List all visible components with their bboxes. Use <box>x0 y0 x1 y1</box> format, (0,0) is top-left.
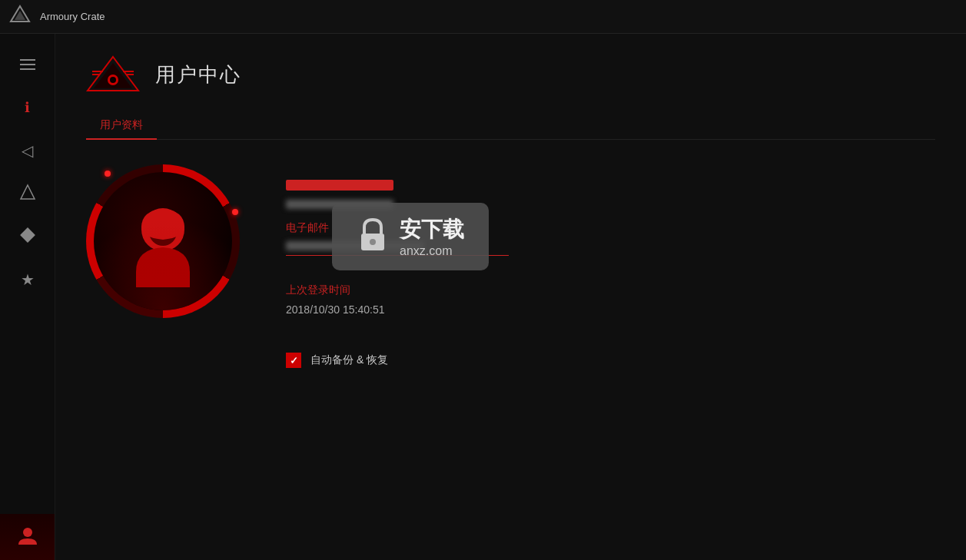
user-info: 电子邮件 上次登录时间 2018/10/30 15:40:51 ✓ 自动备份 &… <box>286 164 935 368</box>
svg-rect-11 <box>123 71 134 72</box>
info-icon: ℹ <box>25 99 30 116</box>
svg-rect-3 <box>20 227 35 243</box>
svg-rect-12 <box>126 74 134 75</box>
checkmark-icon: ✓ <box>290 355 298 366</box>
aura-icon <box>19 184 36 204</box>
svg-rect-9 <box>92 71 103 72</box>
svg-rect-10 <box>92 74 100 75</box>
avatar-ring-outer <box>86 164 240 318</box>
profile-section: 电子邮件 上次登录时间 2018/10/30 15:40:51 ✓ 自动备份 &… <box>86 164 935 368</box>
avatar-glow <box>94 172 232 310</box>
page-title: 用户中心 <box>155 61 241 88</box>
hardware-icon <box>19 227 36 247</box>
svg-point-8 <box>110 77 116 83</box>
last-login-time: 2018/10/30 15:40:51 <box>286 303 935 316</box>
avatar-ring-inner <box>94 172 232 310</box>
sidebar-item-performance[interactable]: ◁ <box>8 132 48 169</box>
favorites-icon: ★ <box>21 270 35 289</box>
sidebar: ℹ ◁ ★ <box>0 34 55 560</box>
tab-profile[interactable]: 用户资料 <box>86 112 157 140</box>
email-label: 电子邮件 <box>286 221 935 235</box>
auto-backup-label: 自动备份 & 恢复 <box>310 353 388 367</box>
menu-icon <box>20 59 35 70</box>
main-layout: ℹ ◁ ★ <box>0 34 966 560</box>
sidebar-item-hardware[interactable] <box>8 218 48 255</box>
sidebar-bottom[interactable] <box>0 514 55 560</box>
tabs: 用户资料 <box>86 112 935 140</box>
performance-icon: ◁ <box>22 141 33 160</box>
svg-point-4 <box>23 528 32 537</box>
ring-dot-1 <box>105 171 111 177</box>
svg-marker-2 <box>21 185 35 199</box>
titlebar-title: Armoury Crate <box>40 11 105 22</box>
email-underline <box>286 255 509 256</box>
sidebar-item-menu[interactable] <box>8 46 48 83</box>
sidebar-item-aura[interactable] <box>8 175 48 212</box>
sidebar-item-info[interactable]: ℹ <box>8 89 48 126</box>
email-value <box>286 241 424 250</box>
username-bar <box>286 180 393 191</box>
page-header: 用户中心 <box>86 55 935 94</box>
username-blurred <box>286 200 393 209</box>
sidebar-item-favorites[interactable]: ★ <box>8 261 48 298</box>
profile-icon <box>15 523 40 551</box>
auto-backup-checkbox[interactable]: ✓ <box>286 353 301 368</box>
last-login-label: 上次登录时间 <box>286 283 935 297</box>
ring-dot-2 <box>232 209 238 215</box>
content-area: 用户中心 用户资料 <box>55 34 966 560</box>
titlebar: Armoury Crate <box>0 0 966 34</box>
avatar-container <box>86 164 240 318</box>
rog-logo <box>86 55 140 94</box>
titlebar-logo <box>9 5 31 29</box>
auto-backup-row: ✓ 自动备份 & 恢复 <box>286 353 935 368</box>
